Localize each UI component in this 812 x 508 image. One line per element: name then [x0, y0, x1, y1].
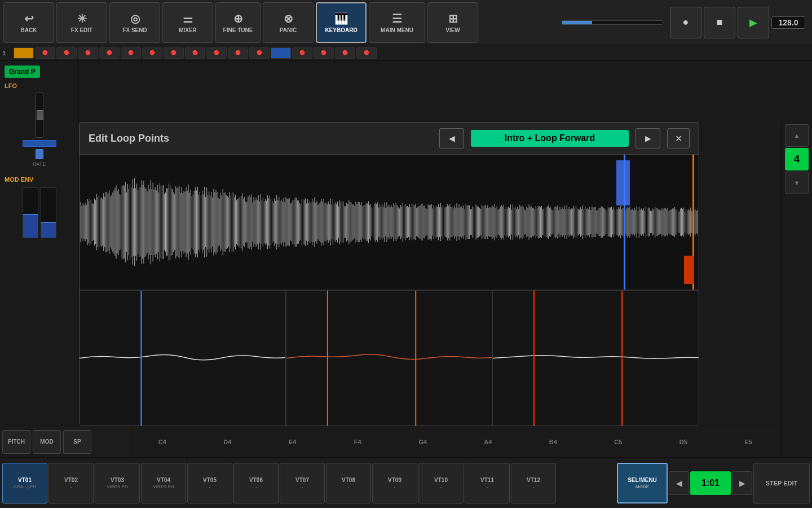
progress-bar [562, 20, 663, 25]
mod-button[interactable]: MOD [33, 430, 61, 454]
mod-env-slider-1[interactable] [23, 187, 38, 238]
sp-button[interactable]: SP [63, 430, 91, 454]
back-icon: ↩ [24, 12, 34, 25]
mini-panels [80, 290, 699, 426]
track-slot-9[interactable]: 🔴 [206, 47, 227, 59]
grand-piano-button[interactable]: Grand P [5, 65, 40, 78]
mod-env-fill-2 [41, 223, 56, 238]
vt-btn-09[interactable]: VT09 - [372, 463, 417, 503]
bpm-display[interactable]: 128.0 [771, 16, 805, 29]
mini-panel-2[interactable] [286, 291, 493, 426]
panic-icon: ⊗ [284, 12, 293, 25]
track-slot-7[interactable]: 🔴 [164, 47, 184, 59]
lfo-section: LFO RATE [5, 82, 74, 167]
pitch-button[interactable]: PITCH [2, 430, 30, 454]
lfo-slider-container [5, 93, 74, 138]
edit-loop-points-modal: Edit Loop Points ◀ Intro + Loop Forward … [79, 122, 699, 426]
track-slot-8[interactable]: 🔴 [185, 47, 205, 59]
track-slot-10[interactable]: 🔴 [228, 47, 248, 59]
track-slot-14[interactable]: 🔴 [314, 47, 334, 59]
main-menu-icon: ☰ [392, 12, 402, 25]
track-slot-3[interactable]: 🔴 [78, 47, 98, 59]
mod-env-label: MOD ENV [5, 176, 74, 183]
track-slot-4[interactable]: 🔴 [99, 47, 120, 59]
right-side-controls: ▲ 4 ▼ [781, 122, 812, 487]
vt-btn-02[interactable]: VT02 - [48, 463, 94, 503]
vt-prev-button[interactable]: ◀ [669, 471, 689, 495]
key-c5: C5 [586, 439, 651, 445]
mod-env-section: MOD ENV [5, 176, 74, 238]
key-b4: B4 [520, 439, 586, 445]
toolbar-right: ● ■ ▶ 128.0 [562, 7, 805, 38]
track-slot-11[interactable]: 🔴 [249, 47, 270, 59]
mini-panel-1[interactable] [80, 291, 286, 426]
step-edit-button[interactable]: STEP EDIT [753, 463, 810, 503]
vt-btn-07[interactable]: VT07 - [280, 463, 325, 503]
sel-menu-button[interactable]: SEL/MENU MODE [617, 463, 668, 503]
modal-prev-button[interactable]: ◀ [439, 128, 464, 148]
svg-rect-540 [80, 291, 285, 426]
waveform-svg: // This will be rendered as static SVG p… [80, 155, 699, 290]
back-button[interactable]: ↩ BACK [3, 2, 54, 43]
mini-panel-3[interactable] [492, 291, 699, 426]
panic-button[interactable]: ⊗ PANIC [263, 2, 314, 43]
mini-waveform-1 [80, 291, 285, 426]
fx-send-icon: ◎ [130, 12, 140, 25]
vt-btn-10[interactable]: VT10 - [418, 463, 464, 503]
vt-row: VT01 Gra...) PH VT02 - VT03 Vibes PH VT0… [0, 457, 812, 508]
left-panel: Grand P LFO RATE MOD ENV [0, 61, 79, 426]
svg-rect-542 [286, 291, 492, 426]
track-slot-1[interactable]: 🔴 [35, 47, 55, 59]
key-d5: D5 [651, 439, 716, 445]
mini-waveform-2 [286, 291, 492, 426]
play-button[interactable]: ▶ [738, 7, 769, 38]
modal-next-button[interactable]: ▶ [636, 128, 660, 148]
loop-start-handle[interactable] [616, 160, 630, 205]
vt-btn-03[interactable]: VT03 Vibes PH [95, 463, 140, 503]
mixer-button[interactable]: ⚌ MIXER [162, 2, 213, 43]
track-slot-active[interactable] [14, 47, 34, 59]
modal-close-button[interactable]: ✕ [667, 128, 690, 148]
fx-edit-icon: ✳ [77, 12, 87, 25]
progress-fill [562, 21, 592, 24]
lfo-blue-thumb[interactable] [36, 149, 43, 159]
vt-btn-05[interactable]: VT05 - [187, 463, 232, 503]
vt-btn-04[interactable]: VT04 Vibes PH [141, 463, 186, 503]
track-slot-12[interactable] [271, 47, 291, 59]
track-slot-16[interactable]: 🔴 [356, 47, 377, 59]
rs-down-arrow[interactable]: ▼ [785, 172, 809, 194]
loop-end-handle[interactable] [684, 256, 694, 284]
vt-btn-01[interactable]: VT01 Gra...) PH [2, 463, 47, 503]
vt-btn-06[interactable]: VT06 - [233, 463, 279, 503]
key-f4: F4 [325, 439, 391, 445]
mod-env-line-1 [23, 214, 38, 215]
mini-waveform-3 [493, 291, 699, 426]
lfo-blue-bar[interactable] [23, 140, 56, 147]
stop-button[interactable]: ■ [704, 7, 735, 38]
key-c4: C4 [130, 439, 195, 445]
keyboard-button[interactable]: 🎹 KEYBOARD [316, 2, 367, 43]
vt-next-button[interactable]: ▶ [732, 471, 752, 495]
lfo-rate-label: RATE [5, 161, 74, 167]
record-button[interactable]: ● [670, 7, 701, 38]
vt-btn-08[interactable]: VT08 - [326, 463, 371, 503]
vt-btn-11[interactable]: VT11 - [465, 463, 510, 503]
fine-tune-icon: ⊕ [233, 12, 243, 25]
view-button[interactable]: ⊞ VIEW [427, 2, 478, 43]
lfo-vertical-slider[interactable] [36, 93, 43, 138]
waveform-container[interactable]: // This will be rendered as static SVG p… [80, 155, 699, 290]
lfo-thumb[interactable] [37, 110, 43, 120]
main-menu-button[interactable]: ☰ MAIN MENU [369, 2, 425, 43]
vt-btn-12[interactable]: VT12 - [511, 463, 556, 503]
modal-title: Edit Loop Points [89, 133, 433, 144]
track-slot-5[interactable]: 🔴 [121, 47, 141, 59]
fx-edit-button[interactable]: ✳ FX EDIT [56, 2, 107, 43]
track-slot-13[interactable]: 🔴 [292, 47, 312, 59]
fine-tune-button[interactable]: ⊕ FINE TUNE [215, 2, 261, 43]
track-slot-6[interactable]: 🔴 [142, 47, 162, 59]
mod-env-slider-2[interactable] [41, 187, 56, 238]
fx-send-button[interactable]: ◎ FX SEND [109, 2, 160, 43]
rs-up-arrow[interactable]: ▲ [785, 124, 809, 147]
track-slot-15[interactable]: 🔴 [335, 47, 355, 59]
track-slot-2[interactable]: 🔴 [56, 47, 77, 59]
